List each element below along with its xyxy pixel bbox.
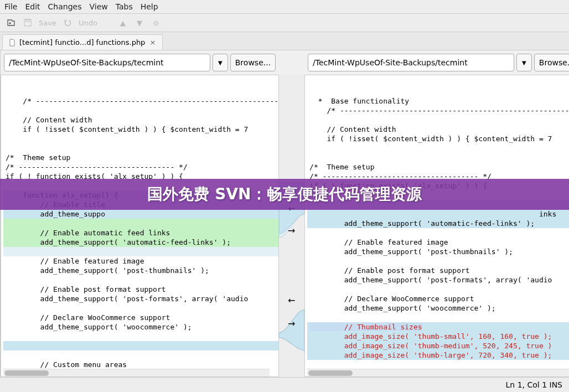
stop-icon: ⊘ [151,17,162,28]
svg-rect-1 [26,19,29,22]
code-line: // Enable featured image [3,256,278,266]
save-label: Save [39,19,56,27]
menu-file[interactable]: File [4,2,17,11]
path-dropdown-left[interactable]: ▼ [213,54,228,71]
statusbar: Ln 1, Col 1 INS [0,377,569,392]
file-icon [8,39,16,47]
browse-button-right[interactable]: Browse... [534,54,569,71]
push-left-icon-2[interactable]: ← [288,295,295,306]
code-line: if ( !isset( $content_width ) ) { $conte… [3,125,278,134]
code-pane-right[interactable]: * Base functionality /* ----------------… [304,75,569,377]
code-line: /* Theme setup [307,162,569,172]
code-line [3,341,278,350]
tab-label: [tecmint] functio...d] functions.php [19,38,145,47]
path-dropdown-right[interactable]: ▼ [516,54,532,71]
menubar: File Edit Changes View Tabs Help [0,0,569,14]
code-line [3,219,278,228]
code-line: // Declare WooCommerce support [3,313,278,322]
code-line [307,190,569,200]
code-line: add_theme_support( 'post-thumbnails' ); [3,266,278,275]
code-pane-left[interactable]: /* -------------------------------------… [1,75,279,377]
code-line: /* ------------------------------------ … [3,162,278,172]
code-line [3,143,278,153]
code-line: add_image_size( 'thumb-large', 720, 340,… [307,350,569,360]
code-line: /* Theme setup [3,153,278,162]
code-line [307,256,569,266]
path-input-left[interactable]: /TecMint-WpUseOf-Site-Backups/tecmint [4,54,210,71]
code-line: add_theme_support( 'automatic-feed-links… [307,219,569,228]
menu-edit[interactable]: Edit [25,2,40,11]
code-line [307,153,569,162]
code-line [3,134,278,143]
menu-changes[interactable]: Changes [48,2,82,11]
menu-tabs[interactable]: Tabs [116,2,133,11]
path-group-left: /TecMint-WpUseOf-Site-Backups/tecmint ▼ … [4,54,276,71]
tab-active[interactable]: [tecmint] functio...d] functions.php × [2,34,163,50]
code-line [307,228,569,238]
status-position: Ln 1, Col 1 INS [506,380,562,389]
code-line: // Declare WooCommerce support [307,294,569,303]
code-line [3,275,278,285]
code-line: add_image_size( 'thumb-small', 160, 160,… [307,332,569,341]
code-line: add_theme_suppo [3,209,278,219]
code-line: // Custom menu areas [3,360,278,369]
code-line [307,200,569,209]
code-line: // Enable featured image [307,238,569,247]
code-line: * Base functionality [307,96,569,106]
diff-row: /* -------------------------------------… [1,75,569,377]
code-line: /* -------------------------------------… [307,106,569,115]
code-line: // Enable post format support [3,285,278,294]
code-line: add_theme_support( 'post-formats', array… [307,275,569,285]
code-line: // Enable title [3,200,278,209]
open-icon[interactable] [6,17,17,28]
code-line [3,350,278,360]
code-line: add_image_size( 'thumb-medium', 520, 245… [307,341,569,350]
path-input-right[interactable]: /TecMint-WpUseOf-Site-Backups/tecmint [308,54,514,71]
code-line [3,247,278,256]
code-line [307,143,569,153]
undo-icon [62,17,73,28]
code-line: add_theme_support( 'post-formats', array… [3,294,278,303]
code-line: add_theme_support( 'post-thumbnails' ); [307,247,569,256]
code-line [307,360,569,369]
close-icon[interactable]: × [148,38,157,47]
push-right-icon[interactable]: → [288,225,295,236]
path-row: /TecMint-WpUseOf-Site-Backups/tecmint ▼ … [1,50,569,75]
push-left-icon[interactable]: ← [288,203,295,214]
undo-label: Undo [79,19,97,27]
code-line: add_theme_support( 'automatic-feed-links… [3,238,278,247]
path-group-right: /TecMint-WpUseOf-Site-Backups/tecmint ▼ … [308,54,569,71]
code-line [3,181,278,190]
scrollbar-horizontal-left[interactable] [3,369,270,376]
browse-button-left[interactable]: Browse... [230,54,276,71]
toolbar: Save Undo ▲ ▼ ⊘ [0,14,569,32]
code-line [3,106,278,115]
code-line: function alx_setup() { [3,190,278,200]
code-line: // Content width [307,125,569,134]
code-line: /* ------------------------------------ … [307,172,569,181]
push-right-icon-2[interactable]: → [288,318,295,329]
menu-help[interactable]: Help [141,2,158,11]
code-line: if ( ! function_exists( 'alx_setup' ) ) … [3,172,278,181]
code-line: add_theme_support( 'woocommerce' ); [307,303,569,313]
code-line: if ( ! function_exists( 'alx_setup' ) ) … [307,181,569,190]
svg-rect-0 [24,19,31,26]
save-icon [22,17,33,28]
code-line: add_theme_support( 'woocommerce' ); [3,322,278,332]
code-line: // Enable post format support [307,266,569,275]
code-line: if ( !isset( $content_width ) ) { $conte… [307,134,569,143]
link-map: ← → ← → [279,75,304,377]
code-line: // Thumbnail sizes [307,322,569,332]
code-line [3,332,278,341]
code-line [307,285,569,294]
code-line: // Content width [3,115,278,125]
tab-bar: [tecmint] functio...d] functions.php × [0,32,569,50]
code-line: // Enable automatic feed links [3,228,278,238]
menu-view[interactable]: View [89,2,107,11]
scrollbar-horizontal-right[interactable] [307,369,569,376]
code-line [307,115,569,125]
code-line [307,313,569,322]
code-line [3,303,278,313]
panes: /TecMint-WpUseOf-Site-Backups/tecmint ▼ … [1,50,569,377]
code-line: inks [307,209,569,219]
